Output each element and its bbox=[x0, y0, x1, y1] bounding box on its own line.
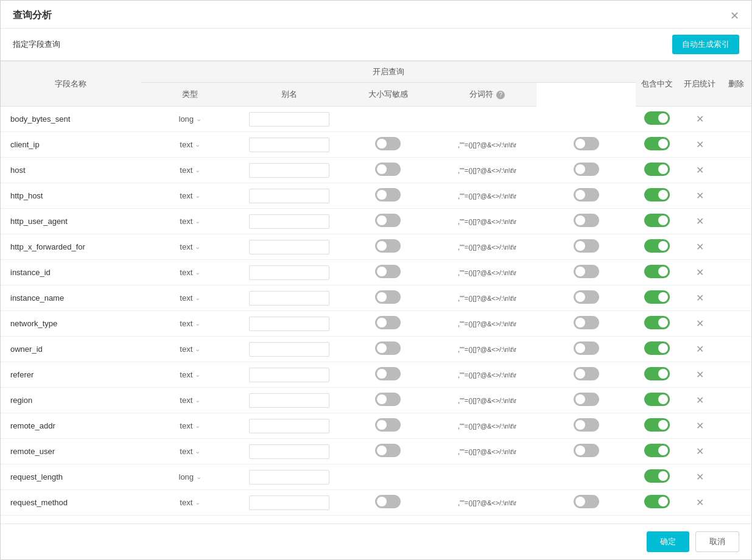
case-sensitive-toggle[interactable] bbox=[375, 367, 401, 380]
delete-button[interactable]: ✕ bbox=[696, 164, 704, 176]
include-chinese-toggle[interactable] bbox=[574, 316, 599, 329]
delete-button[interactable]: ✕ bbox=[696, 471, 704, 483]
case-sensitive-toggle[interactable] bbox=[375, 239, 401, 253]
type-chevron-icon[interactable]: ⌄ bbox=[195, 243, 200, 251]
delete-button[interactable]: ✕ bbox=[696, 343, 704, 355]
alias-input[interactable] bbox=[249, 189, 329, 203]
type-chevron-icon[interactable]: ⌄ bbox=[195, 345, 200, 353]
separator-help-icon[interactable]: ? bbox=[496, 91, 505, 99]
type-chevron-icon[interactable]: ⌄ bbox=[195, 141, 200, 149]
include-chinese-toggle[interactable] bbox=[574, 214, 599, 227]
delete-button[interactable]: ✕ bbox=[696, 446, 704, 457]
alias-input[interactable] bbox=[249, 265, 329, 280]
case-sensitive-toggle[interactable] bbox=[375, 341, 401, 355]
case-sensitive-toggle[interactable] bbox=[375, 188, 401, 201]
alias-input[interactable] bbox=[249, 112, 329, 127]
type-chevron-icon[interactable]: ⌄ bbox=[195, 499, 200, 506]
case-sensitive-toggle[interactable] bbox=[375, 214, 401, 227]
alias-input[interactable] bbox=[249, 138, 329, 152]
type-chevron-icon[interactable]: ⌄ bbox=[195, 371, 200, 379]
enable-stats-toggle[interactable] bbox=[644, 239, 670, 253]
include-chinese-toggle[interactable] bbox=[574, 239, 599, 253]
case-sensitive-toggle[interactable] bbox=[375, 444, 401, 457]
enable-stats-toggle[interactable] bbox=[644, 188, 670, 201]
alias-input[interactable] bbox=[249, 342, 329, 357]
delete-button[interactable]: ✕ bbox=[696, 497, 704, 508]
type-chevron-icon[interactable]: ⌄ bbox=[195, 447, 200, 455]
delete-button[interactable]: ✕ bbox=[696, 318, 704, 329]
enable-stats-toggle[interactable] bbox=[644, 214, 670, 227]
include-chinese-toggle[interactable] bbox=[574, 137, 599, 150]
include-chinese-toggle[interactable] bbox=[574, 265, 599, 278]
delete-button[interactable]: ✕ bbox=[696, 139, 704, 150]
enable-stats-toggle[interactable] bbox=[644, 393, 670, 406]
include-chinese-toggle[interactable] bbox=[574, 188, 599, 201]
type-value: text bbox=[180, 191, 192, 200]
include-chinese-toggle[interactable] bbox=[574, 163, 599, 176]
close-button[interactable]: ✕ bbox=[730, 10, 739, 21]
type-chevron-icon[interactable]: ⌄ bbox=[195, 192, 200, 200]
alias-input[interactable] bbox=[249, 214, 329, 229]
delete-button[interactable]: ✕ bbox=[696, 369, 704, 380]
alias-input[interactable] bbox=[249, 470, 329, 485]
type-chevron-icon[interactable]: ⌄ bbox=[196, 115, 202, 123]
cancel-button[interactable]: 取消 bbox=[695, 531, 739, 552]
enable-stats-toggle[interactable] bbox=[644, 444, 670, 457]
delete-button[interactable]: ✕ bbox=[696, 292, 704, 304]
alias-input[interactable] bbox=[249, 393, 329, 408]
alias-input[interactable] bbox=[249, 317, 329, 331]
type-chevron-icon[interactable]: ⌄ bbox=[195, 268, 200, 276]
include-chinese-toggle[interactable] bbox=[574, 341, 599, 355]
enable-stats-toggle[interactable] bbox=[644, 469, 670, 483]
delete-button[interactable]: ✕ bbox=[696, 215, 704, 227]
type-chevron-icon[interactable]: ⌄ bbox=[196, 473, 202, 481]
delete-button[interactable]: ✕ bbox=[696, 394, 704, 406]
enable-stats-toggle[interactable] bbox=[644, 290, 670, 304]
type-chevron-icon[interactable]: ⌄ bbox=[195, 422, 200, 430]
case-sensitive-toggle[interactable] bbox=[375, 393, 401, 406]
include-chinese-toggle[interactable] bbox=[574, 444, 599, 457]
case-sensitive-toggle[interactable] bbox=[375, 495, 401, 508]
delete-button[interactable]: ✕ bbox=[696, 113, 704, 125]
delete-button[interactable]: ✕ bbox=[696, 267, 704, 278]
enable-stats-toggle[interactable] bbox=[644, 316, 670, 329]
type-chevron-icon[interactable]: ⌄ bbox=[195, 396, 200, 404]
delete-cell: ✕ bbox=[678, 260, 721, 285]
include-chinese-toggle[interactable] bbox=[574, 393, 599, 406]
delete-button[interactable]: ✕ bbox=[696, 241, 704, 253]
enable-stats-toggle[interactable] bbox=[644, 137, 670, 150]
delete-button[interactable]: ✕ bbox=[696, 420, 704, 432]
type-chevron-icon[interactable]: ⌄ bbox=[195, 294, 200, 302]
case-sensitive-toggle[interactable] bbox=[375, 316, 401, 329]
enable-stats-toggle[interactable] bbox=[644, 495, 670, 508]
enable-stats-toggle[interactable] bbox=[644, 265, 670, 278]
include-chinese-toggle[interactable] bbox=[574, 495, 599, 508]
alias-input[interactable] bbox=[249, 368, 329, 382]
enable-stats-toggle[interactable] bbox=[644, 111, 670, 125]
alias-input[interactable] bbox=[249, 495, 329, 510]
auto-index-button[interactable]: 自动生成索引 bbox=[672, 35, 739, 54]
enable-stats-toggle[interactable] bbox=[644, 163, 670, 176]
alias-input[interactable] bbox=[249, 240, 329, 254]
include-chinese-toggle[interactable] bbox=[574, 418, 599, 432]
alias-input[interactable] bbox=[249, 163, 329, 178]
separator-value: ,""=()[]?@&<>/:\n\t\r bbox=[458, 371, 516, 379]
alias-input[interactable] bbox=[249, 291, 329, 306]
type-chevron-icon[interactable]: ⌄ bbox=[195, 166, 200, 174]
alias-input[interactable] bbox=[249, 444, 329, 459]
alias-input[interactable] bbox=[249, 419, 329, 433]
type-chevron-icon[interactable]: ⌄ bbox=[195, 320, 200, 327]
type-chevron-icon[interactable]: ⌄ bbox=[195, 217, 200, 225]
delete-button[interactable]: ✕ bbox=[696, 190, 704, 201]
include-chinese-toggle[interactable] bbox=[574, 290, 599, 304]
case-sensitive-toggle[interactable] bbox=[375, 163, 401, 176]
case-sensitive-toggle[interactable] bbox=[375, 418, 401, 432]
enable-stats-toggle[interactable] bbox=[644, 367, 670, 380]
case-sensitive-toggle[interactable] bbox=[375, 290, 401, 304]
enable-stats-toggle[interactable] bbox=[644, 418, 670, 432]
case-sensitive-toggle[interactable] bbox=[375, 265, 401, 278]
enable-stats-toggle[interactable] bbox=[644, 341, 670, 355]
confirm-button[interactable]: 确定 bbox=[647, 531, 689, 552]
case-sensitive-toggle[interactable] bbox=[375, 137, 401, 150]
include-chinese-toggle[interactable] bbox=[574, 367, 599, 380]
